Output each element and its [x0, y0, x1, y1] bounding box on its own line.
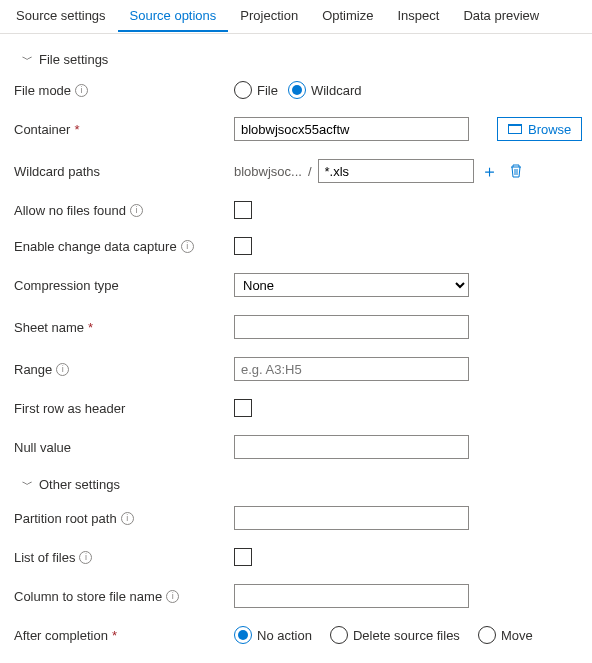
row-null-value: Null value [8, 435, 584, 459]
wildcard-prefix: blobwjsoc... [234, 164, 302, 179]
tab-optimize[interactable]: Optimize [310, 1, 385, 32]
section-title: File settings [39, 52, 108, 67]
row-range: Range i [8, 357, 584, 381]
info-icon[interactable]: i [181, 240, 194, 253]
row-compression: Compression type None [8, 273, 584, 297]
list-of-files-checkbox[interactable] [234, 548, 252, 566]
label-text: Range [14, 362, 52, 377]
radio-file[interactable]: File [234, 81, 278, 99]
label-compression: Compression type [14, 278, 234, 293]
info-icon[interactable]: i [79, 551, 92, 564]
tab-inspect[interactable]: Inspect [385, 1, 451, 32]
section-file-settings[interactable]: ﹀ File settings [8, 52, 584, 67]
enable-cdc-checkbox[interactable] [234, 237, 252, 255]
required-asterisk: * [112, 628, 117, 643]
label-wildcard-paths: Wildcard paths [14, 164, 234, 179]
info-icon[interactable]: i [121, 512, 134, 525]
row-column-store: Column to store file name i [8, 584, 584, 608]
info-icon[interactable]: i [130, 204, 143, 217]
label-column-store: Column to store file name i [14, 589, 234, 604]
path-separator: / [308, 164, 312, 179]
radio-label: File [257, 83, 278, 98]
label-enable-cdc: Enable change data capture i [14, 239, 234, 254]
label-text: Column to store file name [14, 589, 162, 604]
label-text: List of files [14, 550, 75, 565]
section-title: Other settings [39, 477, 120, 492]
row-container: Container * Browse [8, 117, 584, 141]
label-text: After completion [14, 628, 108, 643]
label-partition-root: Partition root path i [14, 511, 234, 526]
range-input[interactable] [234, 357, 469, 381]
tab-source-options[interactable]: Source options [118, 1, 229, 32]
add-icon[interactable]: ＋ [480, 161, 500, 181]
tab-projection[interactable]: Projection [228, 1, 310, 32]
radio-circle-icon [288, 81, 306, 99]
radio-no-action[interactable]: No action [234, 626, 312, 644]
row-wildcard-paths: Wildcard paths blobwjsoc... / ＋ [8, 159, 584, 183]
info-icon[interactable]: i [56, 363, 69, 376]
label-text: File mode [14, 83, 71, 98]
row-file-mode: File mode i File Wildcard [8, 81, 584, 99]
radio-label: Move [501, 628, 533, 643]
compression-select[interactable]: None [234, 273, 469, 297]
row-after-completion: After completion * No action Delete sour… [8, 626, 584, 644]
browse-button[interactable]: Browse [497, 117, 582, 141]
content-pane: ﹀ File settings File mode i File Wildcar… [0, 34, 592, 663]
chevron-down-icon: ﹀ [22, 52, 33, 67]
label-after-completion: After completion * [14, 628, 234, 643]
label-text: Wildcard paths [14, 164, 100, 179]
tab-data-preview[interactable]: Data preview [451, 1, 551, 32]
info-icon[interactable]: i [75, 84, 88, 97]
label-text: Partition root path [14, 511, 117, 526]
required-asterisk: * [88, 320, 93, 335]
info-icon[interactable]: i [166, 590, 179, 603]
section-other-settings[interactable]: ﹀ Other settings [8, 477, 584, 492]
row-enable-cdc: Enable change data capture i [8, 237, 584, 255]
required-asterisk: * [74, 122, 79, 137]
sheet-name-input[interactable] [234, 315, 469, 339]
allow-no-files-checkbox[interactable] [234, 201, 252, 219]
browse-label: Browse [528, 122, 571, 137]
radio-label: No action [257, 628, 312, 643]
wildcard-input[interactable] [318, 159, 474, 183]
partition-root-input[interactable] [234, 506, 469, 530]
label-text: Compression type [14, 278, 119, 293]
radio-label: Delete source files [353, 628, 460, 643]
label-text: Container [14, 122, 70, 137]
label-first-row-header: First row as header [14, 401, 234, 416]
label-text: Allow no files found [14, 203, 126, 218]
label-null-value: Null value [14, 440, 234, 455]
row-first-row-header: First row as header [8, 399, 584, 417]
label-text: Null value [14, 440, 71, 455]
tab-source-settings[interactable]: Source settings [4, 1, 118, 32]
label-range: Range i [14, 362, 234, 377]
container-input[interactable] [234, 117, 469, 141]
label-text: Sheet name [14, 320, 84, 335]
label-file-mode: File mode i [14, 83, 234, 98]
label-text: Enable change data capture [14, 239, 177, 254]
label-list-of-files: List of files i [14, 550, 234, 565]
radio-circle-icon [234, 81, 252, 99]
label-container: Container * [14, 122, 234, 137]
label-text: First row as header [14, 401, 125, 416]
row-sheet-name: Sheet name * [8, 315, 584, 339]
label-sheet-name: Sheet name * [14, 320, 234, 335]
radio-circle-icon [234, 626, 252, 644]
radio-delete-source[interactable]: Delete source files [330, 626, 460, 644]
row-allow-no-files: Allow no files found i [8, 201, 584, 219]
row-list-of-files: List of files i [8, 548, 584, 566]
radio-move[interactable]: Move [478, 626, 533, 644]
row-partition-root: Partition root path i [8, 506, 584, 530]
folder-icon [508, 124, 522, 134]
first-row-header-checkbox[interactable] [234, 399, 252, 417]
chevron-down-icon: ﹀ [22, 477, 33, 492]
label-allow-no-files: Allow no files found i [14, 203, 234, 218]
column-store-input[interactable] [234, 584, 469, 608]
delete-icon[interactable] [506, 161, 526, 181]
tab-bar: Source settings Source options Projectio… [0, 0, 592, 34]
null-value-input[interactable] [234, 435, 469, 459]
radio-label: Wildcard [311, 83, 362, 98]
radio-wildcard[interactable]: Wildcard [288, 81, 362, 99]
radio-circle-icon [330, 626, 348, 644]
radio-circle-icon [478, 626, 496, 644]
